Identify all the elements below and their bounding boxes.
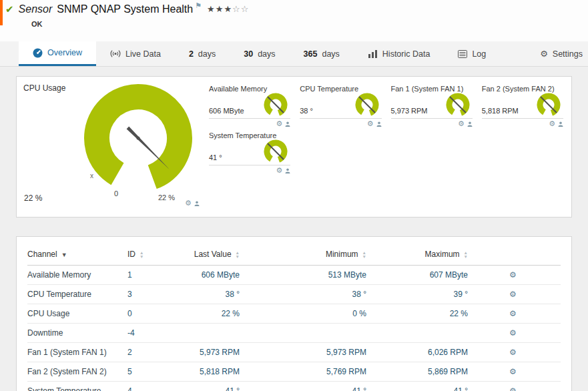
channel-id: 1 bbox=[127, 266, 174, 285]
channel-settings-icon[interactable]: ⚙ bbox=[509, 367, 517, 376]
person-icon[interactable] bbox=[467, 121, 473, 127]
channel-last-value: 5,973 RPM bbox=[174, 343, 240, 362]
column-label: ID bbox=[127, 250, 135, 259]
channel-minimum: 5,769 RPM bbox=[240, 362, 366, 382]
gauge-card-cpu-temperature: CPU Temperature 38 ° ⚙ bbox=[298, 82, 389, 129]
column-header-maximum[interactable]: Maximum▲▼ bbox=[366, 242, 468, 266]
channel-id: 2 bbox=[127, 343, 174, 362]
column-header-channel[interactable]: Channel▼ bbox=[27, 242, 127, 266]
tab-live-data[interactable]: Live Data bbox=[96, 41, 175, 66]
gauge-settings-icon[interactable]: ⚙ bbox=[549, 119, 555, 128]
person-icon[interactable] bbox=[376, 121, 382, 127]
flag-icon[interactable]: ⚑ bbox=[195, 1, 202, 10]
channel-settings-icon[interactable]: ⚙ bbox=[509, 348, 517, 357]
priority-stars[interactable]: ★★★☆☆ bbox=[207, 4, 249, 14]
log-list-icon bbox=[458, 50, 467, 58]
gauge-settings-icon[interactable]: ⚙ bbox=[276, 166, 282, 175]
channel-maximum bbox=[366, 324, 468, 343]
mini-gauge-dial bbox=[346, 93, 382, 118]
table-row: Downtime -4 ⚙ bbox=[27, 324, 561, 343]
sort-icon: ▲▼ bbox=[362, 251, 366, 258]
gauge-title: Available Memory bbox=[209, 85, 290, 93]
tab-2-days[interactable]: 2 days bbox=[175, 41, 230, 66]
column-header-id[interactable]: ID▲▼ bbox=[127, 242, 174, 266]
gauge-card-available-memory: Available Memory 606 MByte ⚙ bbox=[208, 82, 298, 129]
channel-last-value: 38 ° bbox=[174, 285, 240, 304]
tab-settings-label: Settings bbox=[553, 49, 583, 59]
channel-name: Fan 2 (System FAN 2) bbox=[27, 362, 127, 382]
tab-365-days[interactable]: 365 days bbox=[290, 41, 354, 66]
small-gauges-grid: Available Memory 606 MByte ⚙ CPU Tempera… bbox=[208, 77, 571, 217]
channel-minimum: 0 % bbox=[240, 304, 366, 324]
channel-maximum: 39 ° bbox=[366, 285, 468, 304]
channel-last-value: 606 MByte bbox=[174, 266, 240, 285]
tab-30-days[interactable]: 30 days bbox=[230, 41, 289, 66]
object-kind-label: Sensor bbox=[19, 3, 53, 15]
channel-maximum: 5,869 RPM bbox=[366, 362, 468, 382]
channel-id: -4 bbox=[127, 324, 174, 343]
channels-table-panel: Channel▼ ID▲▼ Last Value▲▼ Minimum▲▼ Max… bbox=[16, 236, 572, 391]
channel-settings-icon[interactable]: ⚙ bbox=[509, 386, 517, 391]
gauge-value: 41 ° bbox=[209, 153, 254, 165]
gauge-card-fan-1: Fan 1 (System FAN 1) 5,973 RPM ⚙ bbox=[390, 82, 481, 129]
mini-gauge-dial bbox=[436, 93, 473, 118]
channel-settings-icon[interactable]: ⚙ bbox=[509, 309, 517, 318]
gauges-panel: CPU Usage x 22 % 0 22 % ⚙ Available Memo… bbox=[16, 76, 572, 218]
channel-id: 3 bbox=[127, 285, 174, 304]
gauge-x-marker: x bbox=[90, 172, 93, 179]
channel-last-value: 22 % bbox=[174, 304, 240, 324]
tab-overview-label: Overview bbox=[47, 48, 82, 57]
status-accent-bar bbox=[0, 0, 3, 25]
gauge-settings-icon[interactable]: ⚙ bbox=[185, 199, 192, 208]
channel-settings-icon[interactable]: ⚙ bbox=[509, 328, 517, 338]
tab-overview[interactable]: Overview bbox=[19, 41, 96, 66]
channel-minimum: 5,973 RPM bbox=[240, 343, 366, 362]
column-header-last-value[interactable]: Last Value▲▼ bbox=[174, 242, 240, 266]
channel-name: System Temperature bbox=[27, 382, 127, 391]
channel-maximum: 22 % bbox=[366, 304, 468, 324]
gauge-title: System Temperature bbox=[209, 131, 290, 139]
column-label: Last Value bbox=[194, 250, 232, 259]
channel-name: Fan 1 (System FAN 1) bbox=[27, 343, 127, 362]
person-icon[interactable] bbox=[285, 168, 290, 173]
table-row: System Temperature 4 41 ° 41 ° 41 ° ⚙ bbox=[27, 382, 561, 391]
gauge-settings-icon[interactable]: ⚙ bbox=[367, 119, 374, 128]
tab-30-days-number: 30 bbox=[244, 49, 253, 59]
column-label: Minimum bbox=[326, 250, 358, 259]
gauge-settings-icon[interactable]: ⚙ bbox=[458, 119, 465, 128]
tab-log[interactable]: Log bbox=[444, 41, 500, 66]
channel-last-value bbox=[174, 324, 240, 343]
table-row: CPU Temperature 3 38 ° 38 ° 39 ° ⚙ bbox=[27, 285, 561, 304]
sort-active-icon: ▼ bbox=[61, 252, 67, 258]
channel-maximum: 607 MByte bbox=[366, 266, 468, 285]
tab-2-days-word: days bbox=[198, 49, 216, 59]
channel-maximum: 41 ° bbox=[366, 382, 468, 391]
channel-last-value: 41 ° bbox=[174, 382, 240, 391]
person-icon[interactable] bbox=[285, 121, 290, 127]
channel-name: Downtime bbox=[27, 324, 127, 343]
tab-bar: Overview Live Data 2 days 30 days 365 da… bbox=[0, 41, 588, 67]
ok-check-icon: ✔ bbox=[5, 3, 14, 15]
channel-minimum: 41 ° bbox=[240, 382, 366, 391]
gauge-current-value: 22 % bbox=[24, 193, 42, 203]
mini-gauge-dial bbox=[254, 139, 290, 165]
tab-settings[interactable]: ⚙ Settings bbox=[526, 41, 588, 66]
channels-table: Channel▼ ID▲▼ Last Value▲▼ Minimum▲▼ Max… bbox=[27, 242, 561, 391]
channel-name: CPU Usage bbox=[27, 304, 127, 324]
tab-365-days-word: days bbox=[322, 49, 339, 59]
channel-settings-icon[interactable]: ⚙ bbox=[509, 270, 517, 280]
column-header-actions bbox=[468, 242, 561, 266]
status-badge: OK bbox=[31, 20, 43, 28]
gauge-settings-icon[interactable]: ⚙ bbox=[276, 119, 282, 128]
person-icon[interactable] bbox=[558, 121, 563, 127]
column-header-minimum[interactable]: Minimum▲▼ bbox=[240, 242, 366, 266]
channel-settings-icon[interactable]: ⚙ bbox=[509, 290, 517, 299]
sort-icon: ▲▼ bbox=[139, 251, 143, 258]
table-row: Available Memory 1 606 MByte 513 MByte 6… bbox=[27, 266, 561, 285]
person-icon[interactable] bbox=[194, 201, 200, 206]
tab-historic-data[interactable]: Historic Data bbox=[354, 41, 445, 66]
tab-live-data-label: Live Data bbox=[125, 49, 161, 59]
gauge-scale-max: 22 % bbox=[158, 193, 175, 202]
tab-historic-data-label: Historic Data bbox=[382, 49, 430, 59]
gauge-value: 606 MByte bbox=[209, 107, 254, 118]
